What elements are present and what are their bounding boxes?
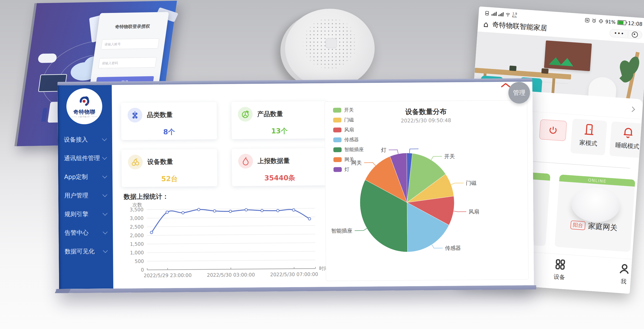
smart-speaker-device: [285, 9, 375, 88]
sidebar-item-alert-center[interactable]: 告警中心: [58, 223, 113, 242]
grapes-icon: [128, 108, 142, 123]
logo-title: 奇特物聯: [73, 108, 96, 116]
svg-text:传感器: 传感器: [445, 245, 461, 251]
report-chart-title: 数据上报统计：: [124, 192, 169, 201]
device-card-gateway[interactable]: ONLINE 阳台 家庭网关: [554, 174, 635, 252]
hidden-scene-roof-icon: [500, 82, 510, 88]
svg-text:2022/5/30 03:00:00: 2022/5/30 03:00:00: [207, 272, 255, 278]
marketing-composite: 奇特物联登录授权 登录 1.9K/s 91%: [0, 0, 644, 329]
chevron-down-icon: [102, 211, 107, 216]
user-icon: [618, 262, 631, 275]
svg-text:次数: 次数: [132, 202, 142, 207]
svg-text:门磁: 门磁: [466, 180, 476, 186]
sidebar-item-comm-components[interactable]: 通讯组件管理: [58, 149, 112, 168]
account-input[interactable]: [101, 39, 159, 50]
chevron-down-icon: [102, 136, 107, 141]
login-title: 奇特物联登录授权: [104, 23, 162, 30]
tab-devices[interactable]: 设备: [543, 257, 577, 282]
miniprogram-capsule: •••: [609, 29, 642, 39]
sidebar-menu: 设备接入 通讯组件管理 App定制 用户管理 规则引擎 告警中心 数据可见化: [58, 130, 113, 261]
home-icon[interactable]: ⌂: [483, 20, 489, 28]
stat-label: 上报数据量: [258, 156, 290, 165]
person-illustration: [41, 108, 47, 122]
svg-text:智能插座: 智能插座: [331, 227, 352, 234]
stat-label: 产品数量: [257, 110, 283, 119]
chevron-right-icon: [630, 107, 635, 112]
power-icon: [548, 125, 558, 135]
sim-card-icon: [484, 11, 490, 16]
wall-art: [544, 41, 592, 71]
admin-dashboard-window: 奇特物聯 IOTKIT 设备接入 通讯组件管理 App定制 用户管理 规则引擎 …: [58, 78, 534, 293]
legend-item[interactable]: 门磁: [333, 117, 363, 123]
scene-card-home-mode[interactable]: 家模式: [570, 119, 607, 156]
tab-me[interactable]: 我: [607, 262, 641, 286]
svg-text:1,500: 1,500: [130, 241, 144, 247]
mug: [509, 66, 516, 71]
stat-label: 品类数量: [147, 110, 172, 119]
sidebar: 奇特物聯 IOTKIT 设备接入 通讯组件管理 App定制 用户管理 规则引擎 …: [58, 85, 113, 289]
app-title: 奇特物联智能家居: [492, 20, 548, 33]
brand-logo: 奇特物聯 IOTKIT: [66, 88, 102, 124]
logo-mark-icon: [78, 95, 91, 108]
stat-card-devices: 设备数量 52台: [121, 149, 217, 187]
pie-chart-card: 设备数量分布 2022/5/30 09:50:48 开关 门磁 风扇 传感器 智…: [324, 100, 528, 281]
password-input[interactable]: [98, 57, 156, 68]
cherries-icon: [128, 155, 143, 170]
svg-text:0: 0: [141, 267, 144, 273]
status-time: 12:08: [628, 20, 642, 27]
signal-bars-icon: [492, 12, 497, 16]
sidebar-item-app-custom[interactable]: App定制: [58, 167, 112, 186]
chevron-down-icon: [102, 192, 107, 197]
scene-manage-badge[interactable]: 管理: [508, 82, 530, 104]
sidebar-item-data-visualization[interactable]: 数据可见化: [58, 242, 113, 261]
signal-bars-icon: [498, 12, 504, 16]
nfc-icon: [584, 18, 590, 23]
battery-icon: [617, 20, 626, 25]
scene-card-label: 家模式: [571, 138, 606, 148]
stat-value: 8个: [128, 127, 210, 137]
svg-text:3,000: 3,000: [130, 216, 144, 221]
sidebar-item-user-mgmt[interactable]: 用户管理: [58, 186, 113, 205]
stat-card-categories: 品类数量 8个: [121, 102, 217, 140]
tab-label: 设备: [543, 272, 576, 282]
tab-label: 我: [607, 276, 640, 286]
pear-icon: [238, 154, 253, 169]
svg-text:2022/5/30 07:00:00: 2022/5/30 07:00:00: [270, 271, 318, 277]
bell-icon: [622, 125, 635, 139]
home-mode-icon: [582, 123, 596, 136]
dashboard-main: 品类数量 8个 产品数量 13个: [112, 82, 534, 288]
scene-card-sleep-mode[interactable]: 睡眠模式: [609, 121, 644, 158]
report-line-chart: 05001,0001,5002,0002,5003,0003,500次数2022…: [120, 199, 327, 284]
device-distribution-pie: 开关门磁风扇传感器智能插座网关灯: [325, 126, 528, 279]
stat-label: 设备数量: [147, 157, 173, 166]
plant: [613, 55, 644, 103]
vibrate-icon: [598, 19, 604, 24]
svg-text:网关: 网关: [351, 160, 362, 166]
svg-text:3,500: 3,500: [130, 207, 144, 212]
svg-text:灯: 灯: [381, 147, 386, 153]
sidebar-item-device-access[interactable]: 设备接入: [58, 130, 112, 149]
mug: [541, 68, 548, 74]
sidebar-item-rule-engine[interactable]: 规则引擎: [58, 205, 113, 224]
svg-text:2,500: 2,500: [130, 224, 144, 230]
logo-subtitle: IOTKIT: [71, 116, 98, 118]
close-circle-icon[interactable]: [632, 31, 638, 38]
legend-chip: [333, 108, 341, 113]
room-tag: 阳台: [570, 220, 586, 230]
stat-card-products: 产品数量 13个: [232, 101, 327, 139]
more-menu-icon[interactable]: •••: [614, 31, 624, 36]
grid-icon: [554, 258, 567, 271]
speaker-logo-cap: [326, 38, 337, 48]
chevron-down-icon: [102, 155, 107, 160]
legend-item[interactable]: 开关: [333, 107, 363, 113]
gamepad-illustration: [38, 53, 57, 63]
svg-text:2,000: 2,000: [130, 233, 144, 238]
stat-value: 35440条: [238, 173, 321, 183]
gateway-device-image: [570, 186, 621, 224]
battery-percent: 91%: [605, 19, 616, 25]
stat-value: 52台: [128, 174, 211, 184]
alarm-icon: [591, 18, 597, 23]
wifi-icon: [505, 12, 510, 17]
scene-card-power[interactable]: [539, 119, 567, 141]
svg-text:风扇: 风扇: [469, 209, 479, 215]
